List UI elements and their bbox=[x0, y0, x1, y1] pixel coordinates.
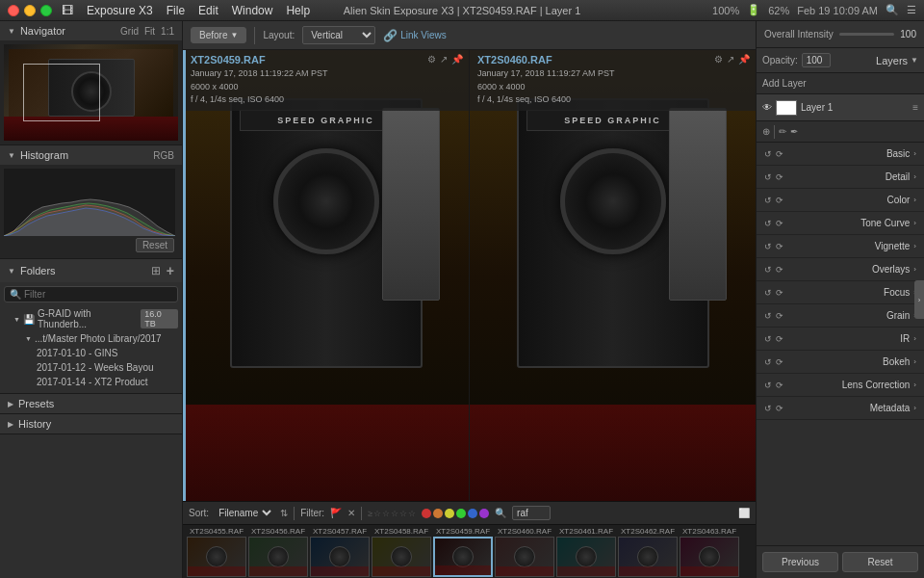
filmstrip-thumb[interactable]: XT2S0461.RAF bbox=[556, 527, 616, 577]
intensity-slider[interactable] bbox=[839, 33, 895, 36]
menu-edit[interactable]: Edit bbox=[198, 4, 218, 17]
adj-cycle-icon[interactable]: ⟳ bbox=[776, 149, 783, 159]
star-icon-5[interactable]: ☆ bbox=[408, 509, 416, 518]
adj-item-overlays[interactable]: ↺ ⟳ Overlays › bbox=[757, 258, 924, 281]
star-icon-2[interactable]: ☆ bbox=[382, 509, 390, 518]
adj-cycle-icon[interactable]: ⟳ bbox=[776, 381, 783, 390]
filmstrip-expand-btn[interactable]: ⬜ bbox=[738, 508, 750, 518]
sort-order-icon[interactable]: ⇅ bbox=[280, 508, 288, 518]
folder-search[interactable]: 🔍 bbox=[4, 286, 178, 302]
adj-expand-icon[interactable]: › bbox=[913, 242, 916, 250]
adj-item-basic[interactable]: ↺ ⟳ Basic › bbox=[757, 143, 924, 166]
layer-erase-btn[interactable]: ✒ bbox=[790, 126, 798, 137]
folders-add-btn[interactable]: + bbox=[167, 263, 174, 278]
presets-header[interactable]: ▶ Presets bbox=[0, 394, 182, 413]
menu-window[interactable]: Window bbox=[232, 4, 273, 17]
adj-cycle-icon[interactable]: ⟳ bbox=[776, 172, 783, 182]
img-pin-icon-right[interactable]: 📌 bbox=[738, 54, 750, 65]
star-icon-1[interactable]: ☆ bbox=[373, 509, 381, 518]
menu-file[interactable]: File bbox=[167, 4, 185, 17]
adj-reset-icon[interactable]: ↺ bbox=[764, 265, 772, 275]
nav-fit-btn[interactable]: Fit bbox=[144, 26, 155, 37]
adj-cycle-icon[interactable]: ⟳ bbox=[776, 404, 783, 413]
adj-item-vignette[interactable]: ↺ ⟳ Vignette › bbox=[757, 235, 924, 258]
filmstrip-thumb[interactable]: XT2S0458.RAF bbox=[372, 527, 431, 577]
adj-reset-icon[interactable]: ↺ bbox=[764, 334, 772, 344]
image-panel-left[interactable]: XT2S0459.RAF January 17, 2018 11:19:22 A… bbox=[183, 50, 470, 501]
adj-reset-icon[interactable]: ↺ bbox=[764, 242, 772, 251]
layout-select[interactable]: Vertical Horizontal bbox=[302, 26, 375, 44]
app-icon[interactable]: 🎞 bbox=[62, 4, 73, 17]
adj-expand-icon[interactable]: › bbox=[913, 404, 916, 412]
star-1[interactable]: ≥ bbox=[368, 509, 372, 518]
img-zoom-icon-left[interactable]: ↗ bbox=[440, 54, 448, 65]
image-panel-right[interactable]: XT2S0460.RAF January 17, 2018 11:19:27 A… bbox=[470, 50, 756, 501]
star-filter[interactable]: ≥ ☆ ☆ ☆ ☆ ☆ bbox=[368, 509, 416, 518]
color-green[interactable] bbox=[456, 509, 466, 518]
adj-reset-icon[interactable]: ↺ bbox=[764, 172, 772, 182]
history-header[interactable]: ▶ History bbox=[0, 414, 182, 434]
layers-dropdown-icon[interactable]: ▼ bbox=[911, 56, 918, 65]
adj-cycle-icon[interactable]: ⟳ bbox=[776, 311, 783, 321]
minimize-button[interactable] bbox=[24, 5, 36, 16]
img-settings-icon-right[interactable]: ⚙ bbox=[714, 54, 723, 65]
color-red[interactable] bbox=[422, 509, 431, 518]
filmstrip-thumb[interactable]: XT2S0456.RAF bbox=[248, 527, 308, 577]
link-views[interactable]: 🔗 Link Views bbox=[383, 29, 447, 42]
folder-filter-input[interactable] bbox=[24, 289, 172, 300]
adj-item-detail[interactable]: ↺ ⟳ Detail › bbox=[757, 166, 924, 189]
adj-expand-icon[interactable]: › bbox=[913, 334, 916, 343]
adj-reset-icon[interactable]: ↺ bbox=[764, 288, 772, 298]
sort-select[interactable]: Filename Date bbox=[215, 507, 274, 519]
adj-item-grain[interactable]: ↺ ⟳ Grain › bbox=[757, 304, 924, 328]
adj-cycle-icon[interactable]: ⟳ bbox=[776, 242, 783, 251]
img-pin-icon-left[interactable]: 📌 bbox=[451, 54, 463, 65]
maximize-button[interactable] bbox=[40, 5, 52, 16]
navigator-image[interactable] bbox=[4, 44, 178, 141]
before-button[interactable]: Before ▼ bbox=[191, 27, 246, 43]
adj-expand-icon[interactable]: › bbox=[913, 149, 916, 158]
opacity-input[interactable] bbox=[802, 53, 831, 67]
adj-expand-icon[interactable]: › bbox=[913, 196, 916, 204]
adj-item-focus[interactable]: ↺ ⟳ Focus › bbox=[757, 281, 924, 304]
layer-visibility-btn[interactable]: 👁 bbox=[762, 102, 772, 113]
filmstrip-thumb[interactable]: XT2S0459.RAF bbox=[433, 527, 493, 577]
navigator-header[interactable]: ▼ Navigator Grid Fit 1:1 bbox=[0, 21, 182, 40]
adj-reset-icon[interactable]: ↺ bbox=[764, 357, 772, 367]
adj-reset-icon[interactable]: ↺ bbox=[764, 219, 772, 228]
search-icon[interactable]: 🔍 bbox=[886, 4, 899, 16]
add-layer-bar[interactable]: Add Layer bbox=[757, 73, 924, 94]
adj-item-color[interactable]: ↺ ⟳ Color › bbox=[757, 189, 924, 212]
folder-item-drive[interactable]: ▼ 💾 G-RAID with Thunderb... 16.0 TB bbox=[4, 306, 178, 331]
filmstrip-thumb[interactable]: XT2S0463.RAF bbox=[680, 527, 739, 577]
adj-reset-icon[interactable]: ↺ bbox=[764, 381, 772, 390]
histogram-header[interactable]: ▼ Histogram RGB bbox=[0, 145, 182, 165]
filmstrip-thumb[interactable]: XT2S0455.RAF bbox=[187, 527, 246, 577]
menu-help[interactable]: Help bbox=[286, 4, 310, 17]
folder-item-xt2[interactable]: 2017-01-14 - XT2 Product bbox=[4, 375, 178, 389]
adj-cycle-icon[interactable]: ⟳ bbox=[776, 288, 783, 298]
adj-cycle-icon[interactable]: ⟳ bbox=[776, 265, 783, 275]
flag-icon[interactable]: 🚩 bbox=[330, 508, 342, 518]
adj-expand-icon[interactable]: › bbox=[913, 265, 916, 274]
color-blue[interactable] bbox=[468, 509, 477, 518]
adj-expand-icon[interactable]: › bbox=[913, 219, 916, 227]
adj-reset-icon[interactable]: ↺ bbox=[764, 404, 772, 413]
nav-zoom-btn[interactable]: 1:1 bbox=[161, 26, 174, 37]
adj-expand-icon[interactable]: › bbox=[913, 357, 916, 366]
layer-mask-btn[interactable]: ⊕ bbox=[762, 126, 770, 137]
menu-icon[interactable]: ☰ bbox=[907, 4, 916, 16]
filmstrip-thumb[interactable]: XT2S0462.RAF bbox=[618, 527, 678, 577]
layer-menu-btn[interactable]: ≡ bbox=[912, 102, 918, 113]
reset-button[interactable]: Reset bbox=[842, 552, 918, 572]
img-settings-icon-left[interactable]: ⚙ bbox=[427, 54, 436, 65]
adj-item-lens-correction[interactable]: ↺ ⟳ Lens Correction › bbox=[757, 374, 924, 397]
nav-grid-btn[interactable]: Grid bbox=[120, 26, 139, 37]
folder-item-2017[interactable]: ▼ ...t/Master Photo Library/2017 bbox=[4, 331, 178, 346]
adj-reset-icon[interactable]: ↺ bbox=[764, 149, 772, 159]
filmstrip-thumb[interactable]: XT2S0457.RAF bbox=[310, 527, 370, 577]
adj-cycle-icon[interactable]: ⟳ bbox=[776, 196, 783, 205]
filmstrip-search[interactable] bbox=[512, 506, 551, 520]
adj-cycle-icon[interactable]: ⟳ bbox=[776, 357, 783, 367]
previous-button[interactable]: Previous bbox=[762, 552, 838, 572]
